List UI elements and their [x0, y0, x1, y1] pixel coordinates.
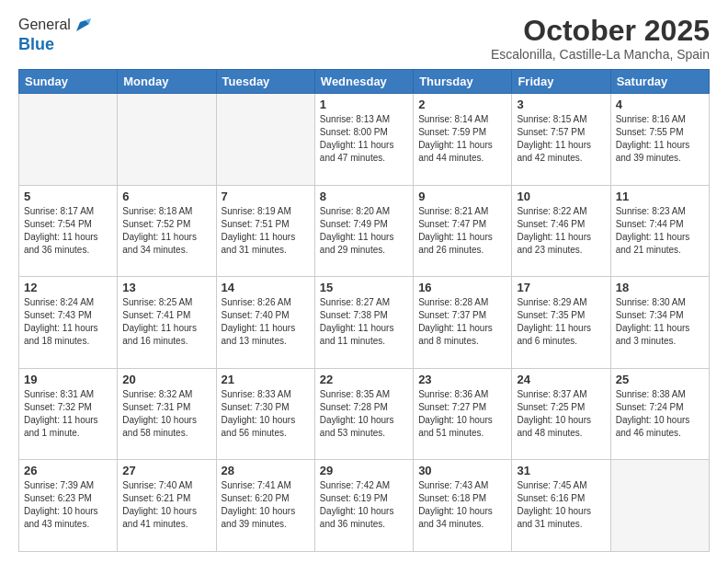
- day-number: 25: [616, 373, 704, 386]
- calendar-cell: 14Sunrise: 8:26 AM Sunset: 7:40 PM Dayli…: [216, 277, 314, 369]
- day-info: Sunrise: 7:39 AM Sunset: 6:23 PM Dayligh…: [24, 479, 112, 531]
- day-info: Sunrise: 8:16 AM Sunset: 7:55 PM Dayligh…: [616, 113, 704, 165]
- day-number: 3: [517, 98, 605, 111]
- calendar-cell: [118, 94, 216, 186]
- calendar-cell: 17Sunrise: 8:29 AM Sunset: 7:35 PM Dayli…: [512, 277, 610, 369]
- day-number: 16: [418, 281, 506, 294]
- location-subtitle: Escalonilla, Castille-La Mancha, Spain: [491, 47, 710, 62]
- day-info: Sunrise: 7:43 AM Sunset: 6:18 PM Dayligh…: [418, 479, 506, 531]
- logo-icon: [73, 15, 93, 35]
- page: General Blue October 2025 Escalonilla, C…: [0, 0, 728, 563]
- col-sunday: Sunday: [19, 70, 118, 94]
- day-number: 27: [122, 464, 210, 477]
- col-monday: Monday: [118, 70, 216, 94]
- calendar-cell: 2Sunrise: 8:14 AM Sunset: 7:59 PM Daylig…: [414, 94, 512, 186]
- day-number: 1: [320, 98, 408, 111]
- day-number: 17: [517, 281, 605, 294]
- calendar-cell: 27Sunrise: 7:40 AM Sunset: 6:21 PM Dayli…: [118, 460, 216, 552]
- calendar-cell: 23Sunrise: 8:36 AM Sunset: 7:27 PM Dayli…: [414, 368, 512, 460]
- calendar-cell: 15Sunrise: 8:27 AM Sunset: 7:38 PM Dayli…: [314, 277, 413, 369]
- calendar-cell: [610, 460, 709, 552]
- day-info: Sunrise: 8:36 AM Sunset: 7:27 PM Dayligh…: [418, 388, 506, 440]
- calendar-cell: 16Sunrise: 8:28 AM Sunset: 7:37 PM Dayli…: [414, 277, 512, 369]
- calendar-cell: 12Sunrise: 8:24 AM Sunset: 7:43 PM Dayli…: [19, 277, 118, 369]
- calendar-cell: 21Sunrise: 8:33 AM Sunset: 7:30 PM Dayli…: [216, 368, 314, 460]
- day-info: Sunrise: 7:41 AM Sunset: 6:20 PM Dayligh…: [222, 479, 310, 531]
- week-row-1: 1Sunrise: 8:13 AM Sunset: 8:00 PM Daylig…: [19, 94, 710, 186]
- day-number: 19: [24, 373, 112, 386]
- calendar-cell: 30Sunrise: 7:43 AM Sunset: 6:18 PM Dayli…: [414, 460, 512, 552]
- logo: General Blue: [18, 15, 93, 54]
- day-info: Sunrise: 8:24 AM Sunset: 7:43 PM Dayligh…: [24, 296, 112, 348]
- day-info: Sunrise: 8:29 AM Sunset: 7:35 PM Dayligh…: [517, 296, 605, 348]
- col-tuesday: Tuesday: [216, 70, 314, 94]
- calendar-cell: 11Sunrise: 8:23 AM Sunset: 7:44 PM Dayli…: [610, 185, 709, 277]
- day-info: Sunrise: 8:14 AM Sunset: 7:59 PM Dayligh…: [418, 113, 506, 165]
- calendar-cell: 25Sunrise: 8:38 AM Sunset: 7:24 PM Dayli…: [610, 368, 709, 460]
- calendar-cell: [19, 94, 118, 186]
- day-number: 15: [320, 281, 408, 294]
- week-row-2: 5Sunrise: 8:17 AM Sunset: 7:54 PM Daylig…: [19, 185, 710, 277]
- day-info: Sunrise: 8:26 AM Sunset: 7:40 PM Dayligh…: [222, 296, 310, 348]
- day-info: Sunrise: 8:33 AM Sunset: 7:30 PM Dayligh…: [222, 388, 310, 440]
- col-saturday: Saturday: [610, 70, 709, 94]
- calendar-cell: 9Sunrise: 8:21 AM Sunset: 7:47 PM Daylig…: [414, 185, 512, 277]
- day-info: Sunrise: 7:42 AM Sunset: 6:19 PM Dayligh…: [320, 479, 408, 531]
- day-info: Sunrise: 8:19 AM Sunset: 7:51 PM Dayligh…: [222, 205, 310, 257]
- calendar-cell: 22Sunrise: 8:35 AM Sunset: 7:28 PM Dayli…: [314, 368, 413, 460]
- day-info: Sunrise: 8:38 AM Sunset: 7:24 PM Dayligh…: [616, 388, 704, 440]
- day-number: 6: [122, 190, 210, 203]
- col-thursday: Thursday: [414, 70, 512, 94]
- day-number: 12: [24, 281, 112, 294]
- header: General Blue October 2025 Escalonilla, C…: [18, 15, 710, 62]
- day-number: 11: [616, 190, 704, 203]
- day-number: 7: [222, 190, 310, 203]
- day-number: 8: [320, 190, 408, 203]
- logo-general-text: General: [18, 17, 71, 33]
- calendar-cell: 3Sunrise: 8:15 AM Sunset: 7:57 PM Daylig…: [512, 94, 610, 186]
- calendar-cell: 6Sunrise: 8:18 AM Sunset: 7:52 PM Daylig…: [118, 185, 216, 277]
- calendar-cell: 20Sunrise: 8:32 AM Sunset: 7:31 PM Dayli…: [118, 368, 216, 460]
- month-title: October 2025: [491, 15, 710, 47]
- day-info: Sunrise: 8:37 AM Sunset: 7:25 PM Dayligh…: [517, 388, 605, 440]
- day-number: 26: [24, 464, 112, 477]
- day-number: 9: [418, 190, 506, 203]
- day-number: 22: [320, 373, 408, 386]
- calendar-cell: 29Sunrise: 7:42 AM Sunset: 6:19 PM Dayli…: [314, 460, 413, 552]
- day-info: Sunrise: 8:32 AM Sunset: 7:31 PM Dayligh…: [122, 388, 210, 440]
- day-number: 30: [418, 464, 506, 477]
- calendar-cell: 7Sunrise: 8:19 AM Sunset: 7:51 PM Daylig…: [216, 185, 314, 277]
- day-number: 21: [222, 373, 310, 386]
- day-info: Sunrise: 8:28 AM Sunset: 7:37 PM Dayligh…: [418, 296, 506, 348]
- day-number: 29: [320, 464, 408, 477]
- day-number: 10: [517, 190, 605, 203]
- calendar-cell: 4Sunrise: 8:16 AM Sunset: 7:55 PM Daylig…: [610, 94, 709, 186]
- day-info: Sunrise: 8:31 AM Sunset: 7:32 PM Dayligh…: [24, 388, 112, 440]
- calendar-table: Sunday Monday Tuesday Wednesday Thursday…: [18, 69, 710, 552]
- day-number: 24: [517, 373, 605, 386]
- calendar-cell: 28Sunrise: 7:41 AM Sunset: 6:20 PM Dayli…: [216, 460, 314, 552]
- day-info: Sunrise: 8:27 AM Sunset: 7:38 PM Dayligh…: [320, 296, 408, 348]
- day-info: Sunrise: 8:13 AM Sunset: 8:00 PM Dayligh…: [320, 113, 408, 165]
- day-info: Sunrise: 8:30 AM Sunset: 7:34 PM Dayligh…: [616, 296, 704, 348]
- day-info: Sunrise: 8:25 AM Sunset: 7:41 PM Dayligh…: [122, 296, 210, 348]
- day-number: 2: [418, 98, 506, 111]
- logo-blue-text: Blue: [18, 35, 54, 53]
- calendar-cell: 31Sunrise: 7:45 AM Sunset: 6:16 PM Dayli…: [512, 460, 610, 552]
- calendar-cell: 1Sunrise: 8:13 AM Sunset: 8:00 PM Daylig…: [314, 94, 413, 186]
- calendar-cell: [216, 94, 314, 186]
- week-row-5: 26Sunrise: 7:39 AM Sunset: 6:23 PM Dayli…: [19, 460, 710, 552]
- calendar-cell: 26Sunrise: 7:39 AM Sunset: 6:23 PM Dayli…: [19, 460, 118, 552]
- title-block: October 2025 Escalonilla, Castille-La Ma…: [491, 15, 710, 62]
- header-row: Sunday Monday Tuesday Wednesday Thursday…: [19, 70, 710, 94]
- calendar-cell: 18Sunrise: 8:30 AM Sunset: 7:34 PM Dayli…: [610, 277, 709, 369]
- day-number: 23: [418, 373, 506, 386]
- day-info: Sunrise: 8:20 AM Sunset: 7:49 PM Dayligh…: [320, 205, 408, 257]
- day-number: 14: [222, 281, 310, 294]
- day-info: Sunrise: 8:23 AM Sunset: 7:44 PM Dayligh…: [616, 205, 704, 257]
- day-info: Sunrise: 8:18 AM Sunset: 7:52 PM Dayligh…: [122, 205, 210, 257]
- day-info: Sunrise: 8:21 AM Sunset: 7:47 PM Dayligh…: [418, 205, 506, 257]
- day-number: 31: [517, 464, 605, 477]
- day-info: Sunrise: 8:15 AM Sunset: 7:57 PM Dayligh…: [517, 113, 605, 165]
- calendar-cell: 13Sunrise: 8:25 AM Sunset: 7:41 PM Dayli…: [118, 277, 216, 369]
